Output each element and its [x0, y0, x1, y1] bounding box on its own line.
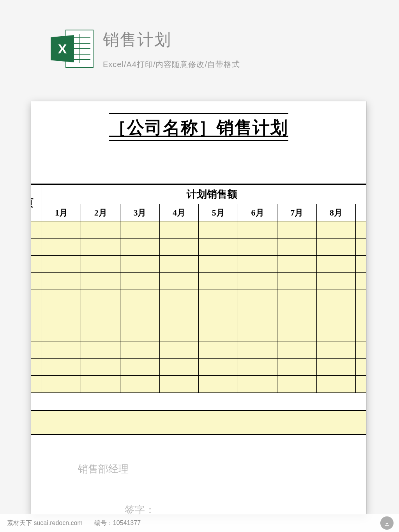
month-header-overflow [356, 204, 366, 221]
month-header: 8月 [316, 204, 356, 221]
table-cell [356, 341, 366, 359]
table-cell [120, 359, 160, 376]
table-cell [31, 290, 42, 307]
month-header: 3月 [120, 204, 160, 221]
table-cell [277, 341, 316, 359]
table-cell [81, 307, 120, 324]
table-cell [159, 376, 199, 393]
table-cell [159, 341, 199, 359]
table-cell [199, 221, 238, 239]
table-cell [159, 221, 199, 239]
month-header: 1月 [42, 204, 81, 221]
table-cell [238, 341, 277, 359]
table-cell [238, 239, 277, 256]
table-row [31, 239, 366, 256]
template-title: 销售计划 [103, 29, 240, 51]
summary-band [31, 410, 366, 435]
table-cell [81, 290, 120, 307]
table-cell [120, 324, 160, 341]
table-cell [356, 290, 366, 307]
table-cell [356, 376, 366, 393]
template-subtitle: Excel/A4打印/内容随意修改/自带格式 [103, 59, 240, 70]
footer-site: 素材天下 sucai.redocn.com [7, 519, 83, 527]
table-cell [42, 290, 81, 307]
watermark-footer: 素材天下 sucai.redocn.com 编号：10541377 [0, 514, 399, 532]
table-cell [277, 324, 316, 341]
table-cell [120, 273, 160, 290]
table-row [31, 324, 366, 341]
table-cell [120, 290, 160, 307]
table-cell [159, 359, 199, 376]
document-title: ［公司名称］销售计划 [109, 113, 288, 141]
table-cell [120, 307, 160, 324]
download-icon[interactable] [380, 516, 394, 530]
table-cell [316, 359, 356, 376]
table-cell [238, 359, 277, 376]
plan-table: 页 计划销售额 1月 2月 3月 4月 5月 6月 7月 8月 [31, 184, 366, 393]
table-cell [81, 359, 120, 376]
header-text: 销售计划 Excel/A4打印/内容随意修改/自带格式 [103, 27, 240, 70]
table-cell [81, 376, 120, 393]
table-cell [31, 359, 42, 376]
table-cell [42, 256, 81, 273]
table-row [31, 256, 366, 273]
table-cell [356, 256, 366, 273]
table-cell [277, 359, 316, 376]
table-cell [120, 256, 160, 273]
table-cell [238, 290, 277, 307]
table-cell [277, 239, 316, 256]
table-cell [81, 273, 120, 290]
table-row [31, 359, 366, 376]
table-row [31, 221, 366, 239]
table-cell [81, 324, 120, 341]
table-cell [316, 307, 356, 324]
table-cell [31, 273, 42, 290]
table-cell [356, 239, 366, 256]
table-cell [238, 324, 277, 341]
document-preview: ［公司名称］销售计划 页 计划销售额 1月 2月 [31, 101, 366, 514]
table-cell [199, 359, 238, 376]
signature-role: 销售部经理 [78, 462, 195, 476]
month-header: 7月 [277, 204, 316, 221]
template-header: X 销售计划 Excel/A4打印/内容随意修改/自带格式 [51, 27, 240, 70]
table-cell [199, 290, 238, 307]
table-cell [31, 324, 42, 341]
table-cell [42, 307, 81, 324]
table-cell [316, 239, 356, 256]
table-cell [238, 376, 277, 393]
table-cell [31, 341, 42, 359]
table-cell [316, 256, 356, 273]
table-cell [81, 341, 120, 359]
table-cell [42, 324, 81, 341]
table-cell [199, 239, 238, 256]
table-cell [81, 221, 120, 239]
table-cell [238, 307, 277, 324]
table-body [31, 221, 366, 393]
table-cell [316, 324, 356, 341]
month-header: 5月 [199, 204, 238, 221]
table-cell [277, 376, 316, 393]
month-header: 2月 [81, 204, 120, 221]
table-cell [31, 239, 42, 256]
table-cell [42, 273, 81, 290]
table-cell [120, 376, 160, 393]
table-cell [31, 307, 42, 324]
table-cell [199, 376, 238, 393]
excel-icon: X [51, 27, 94, 70]
side-header: 页 [31, 185, 42, 221]
table-cell [159, 273, 199, 290]
table-cell [31, 376, 42, 393]
group-header: 计划销售额 [42, 185, 366, 204]
month-header: 6月 [238, 204, 277, 221]
table-cell [120, 239, 160, 256]
table-cell [31, 221, 42, 239]
table-cell [356, 307, 366, 324]
table-cell [277, 307, 316, 324]
table-cell [356, 221, 366, 239]
table-cell [199, 341, 238, 359]
table-cell [277, 290, 316, 307]
table-row [31, 341, 366, 359]
signature-sign-label: 签字： [125, 503, 195, 514]
month-header: 4月 [159, 204, 199, 221]
table-cell [42, 359, 81, 376]
